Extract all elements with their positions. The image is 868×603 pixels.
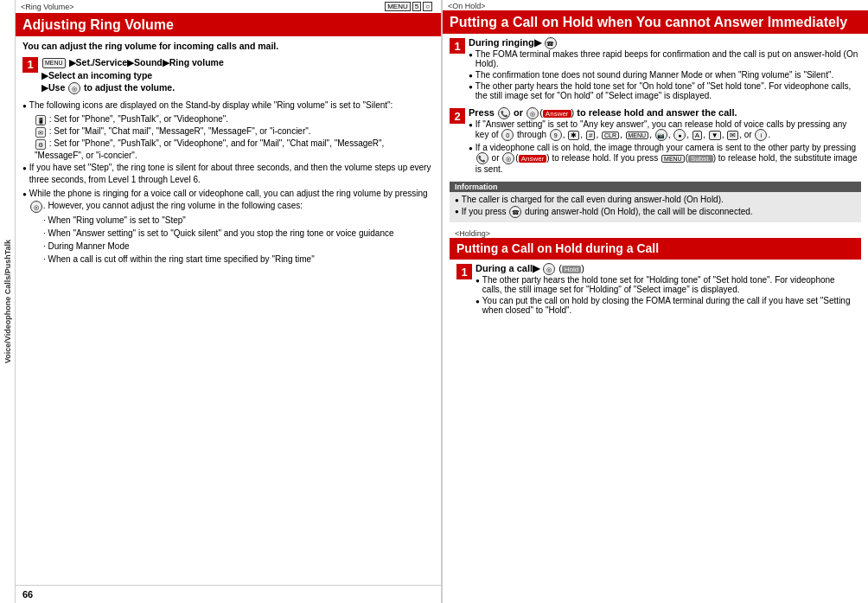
- key-menu2: MENU: [626, 132, 649, 139]
- center-key-icon: ◎: [527, 107, 539, 119]
- key-down: ▼: [709, 131, 721, 140]
- left-icon-bullet2: ✉ : Set for "Mail", "Chat mail", "Messag…: [35, 125, 434, 138]
- col-left: <Ring Volume> MENU 5 ○ Adjusting Ring Vo…: [16, 0, 443, 603]
- key-red: ●: [673, 129, 686, 141]
- dial-icon: ◎: [68, 82, 80, 94]
- sidebar-label: Voice/Videophone Calls/PushTalk: [3, 240, 12, 363]
- right-section-header: Putting a Call on Hold when You cannot A…: [443, 10, 868, 34]
- holding-b2: You can put the call on hold by closing …: [475, 296, 854, 315]
- left-bullet2-text: If you have set "Step", the ring tone is…: [29, 162, 434, 186]
- key-0: 0: [501, 129, 514, 141]
- right-step2-title: Press 📞 or ◎(Answer) to release hold and…: [469, 107, 861, 119]
- left-icon-bullet3: ⚙ : Set for "Phone", "PushTalk", or "Vid…: [35, 138, 434, 162]
- info-bullet2: If you press ☎ during answer-hold (On Ho…: [455, 206, 856, 218]
- sub-bullet4: When a call is cut off within the ring s…: [33, 253, 434, 266]
- sub-bullet1: When "Ring volume" is set to "Step": [33, 215, 434, 227]
- holding-section: <Holding> Putting a Call on Hold during …: [450, 228, 861, 325]
- left-bullet3: While the phone is ringing for a voice c…: [22, 188, 434, 212]
- right-step1-num: 1: [450, 38, 465, 54]
- holding-header: Putting a Call on Hold during a Call: [450, 238, 861, 260]
- right-step1-content: During ringing▶ ☎ The FOMA terminal make…: [469, 37, 861, 102]
- right-s2-b2: If a videophone call is on hold, the ima…: [469, 143, 861, 174]
- press-center-icon: ◎: [502, 152, 514, 164]
- mail-icon-s: ✉: [35, 127, 46, 138]
- columns: <Ring Volume> MENU 5 ○ Adjusting Ring Vo…: [16, 0, 868, 603]
- col-right: <On Hold> Putting a Call on Hold when Yo…: [443, 0, 868, 603]
- right-step1-title: During ringing▶ ☎: [469, 37, 861, 49]
- end-key2: ☎: [509, 206, 521, 218]
- right-s2-b2-text: If a videophone call is on hold, the ima…: [475, 143, 861, 174]
- holding-b2-text: You can put the call on hold by closing …: [482, 296, 854, 315]
- left-bullet1-text: The following icons are displayed on the…: [29, 99, 393, 112]
- right-s1-b2-text: The confirmation tone does not sound dur…: [475, 70, 833, 80]
- right-s1-b3: The other party hears the hold tone set …: [469, 81, 861, 100]
- left-step1-line3: ▶Use ◎ to adjust the volume.: [41, 81, 434, 94]
- holding-b1: The other party hears the hold tone set …: [475, 275, 854, 294]
- left-section-header: Adjusting Ring Volume: [16, 13, 441, 36]
- right-s2-b1-text: If "Answer setting" is set to "Any key a…: [475, 119, 861, 141]
- left-step1-text1: ▶Set./Service▶Sound▶Ring volume: [69, 57, 224, 67]
- key-star: ✱: [568, 131, 579, 140]
- holding-step1-title: During a call▶ ◎ (Hold): [475, 263, 854, 275]
- call-key-icon: 📞: [498, 107, 510, 119]
- holding-step1-num: 1: [456, 264, 472, 279]
- menu-icons: MENU 5 ○: [385, 2, 432, 11]
- phone-icon-s: 📱: [35, 115, 46, 125]
- num-5-icon: 5: [412, 2, 421, 11]
- left-bullet3-text: While the phone is ringing for a voice c…: [29, 188, 434, 212]
- press-call-icon: 📞: [476, 152, 488, 164]
- center-key2: ◎: [543, 263, 555, 275]
- right-s2-b1: If "Answer setting" is set to "Any key a…: [469, 119, 861, 141]
- circle-icon: ○: [423, 2, 432, 11]
- key-cam: 📷: [655, 129, 667, 141]
- key-mail: ✉: [727, 131, 738, 140]
- key-9: 9: [550, 129, 562, 141]
- holding-step1-content: During a call▶ ◎ (Hold) The other party …: [475, 263, 854, 317]
- left-bullet1: The following icons are displayed on the…: [22, 99, 434, 112]
- sidebar: Voice/Videophone Calls/PushTalk: [0, 0, 16, 603]
- menu-key2: MENU: [661, 155, 685, 163]
- info-b1-text: The caller is charged for the call even …: [462, 195, 724, 204]
- menu-icon: MENU: [385, 2, 411, 11]
- left-step1: 1 MENU ▶Set./Service▶Sound▶Ring volume ▶…: [22, 56, 434, 95]
- hold-btn: Hold: [562, 266, 581, 273]
- right-step2-num: 2: [450, 108, 465, 124]
- right-s1-b1-text: The FOMA terminal makes three rapid beep…: [475, 49, 861, 68]
- right-s1-b3-text: The other party hears the hold tone set …: [475, 81, 861, 100]
- subst-btn: Subst.: [688, 155, 713, 163]
- right-step1: 1 During ringing▶ ☎ The FOMA terminal ma…: [450, 37, 861, 102]
- info-bullet1: The caller is charged for the call even …: [455, 195, 856, 204]
- left-step1-num: 1: [22, 57, 38, 73]
- menu-key-icon: MENU: [42, 58, 66, 68]
- left-step1-content: MENU ▶Set./Service▶Sound▶Ring volume ▶Se…: [41, 56, 434, 95]
- holding-step1: 1 During a call▶ ◎ (Hold) The other part…: [456, 263, 854, 317]
- answer-btn: Answer: [543, 110, 571, 118]
- right-s1-b1: The FOMA terminal makes three rapid beep…: [469, 49, 861, 68]
- dial-icon2: ◎: [30, 201, 42, 213]
- key-hash: #: [586, 131, 595, 140]
- left-step1-line2: ▶Select an incoming type: [41, 69, 434, 82]
- sub-bullet2: When "Answer setting" is set to "Quick s…: [33, 228, 434, 240]
- holding-tag: <Holding>: [450, 228, 861, 238]
- info-box: Information The caller is charged for th…: [450, 181, 861, 222]
- combo-icon-s: ⚙: [35, 139, 46, 150]
- info-b2-text: If you press ☎ during answer-hold (On Ho…: [462, 206, 753, 218]
- main-container: Voice/Videophone Calls/PushTalk <Ring Vo…: [0, 0, 868, 603]
- holding-b1-text: The other party hears the hold tone set …: [482, 275, 854, 294]
- key-a: A: [692, 131, 702, 140]
- holding-content: 1 During a call▶ ◎ (Hold) The other part…: [450, 260, 861, 325]
- info-header: Information: [450, 182, 861, 192]
- end-key-icon: ☎: [545, 37, 557, 49]
- key-clr: CLR: [602, 132, 619, 139]
- right-header-text: Putting a Call on Hold when You cannot A…: [450, 15, 847, 29]
- left-intro: You can adjust the ring volume for incom…: [22, 40, 434, 53]
- answer-btn2: Answer: [519, 155, 547, 163]
- left-icon-bullet1: 📱 : Set for "Phone", "PushTalk", or "Vid…: [35, 113, 434, 125]
- info-content: The caller is charged for the call even …: [450, 192, 861, 222]
- left-step1-line1: MENU ▶Set./Service▶Sound▶Ring volume: [41, 56, 434, 69]
- right-step2: 2 Press 📞 or ◎(Answer) to release hold a…: [450, 107, 861, 176]
- key-i: i: [755, 129, 767, 141]
- left-content: You can adjust the ring volume for incom…: [16, 36, 441, 585]
- left-bullet2: If you have set "Step", the ring tone is…: [22, 162, 434, 186]
- left-icon-bullets: 📱 : Set for "Phone", "PushTalk", or "Vid…: [22, 113, 434, 162]
